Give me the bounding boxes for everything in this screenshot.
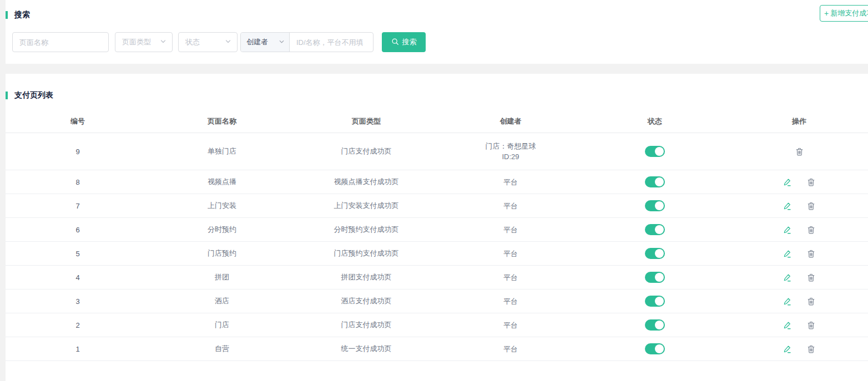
- status-toggle[interactable]: [645, 296, 665, 307]
- row-actions-cell: [727, 218, 868, 241]
- column-header-page-name: 页面名称: [150, 110, 294, 133]
- page-name-input[interactable]: [13, 33, 108, 52]
- row-page-type: 门店预约支付成功页: [294, 242, 438, 265]
- search-icon: [391, 38, 399, 47]
- row-page-name: 门店: [150, 313, 294, 337]
- row-page-type: 视频点播支付成功页: [294, 170, 438, 194]
- row-page-name: 拼团: [150, 266, 294, 289]
- row-page-name: 自营: [150, 337, 294, 360]
- creator-select[interactable]: 创建者: [241, 33, 290, 52]
- status-toggle[interactable]: [645, 272, 665, 283]
- status-select[interactable]: 状态: [178, 32, 238, 52]
- row-creator: 平台: [438, 266, 583, 289]
- row-id: 8: [6, 170, 150, 194]
- edit-icon[interactable]: [783, 273, 792, 282]
- status-toggle[interactable]: [645, 248, 665, 259]
- chevron-down-icon: [279, 38, 285, 47]
- row-id: 9: [6, 133, 150, 170]
- search-button[interactable]: 搜索: [382, 32, 426, 52]
- search-section-title: 搜索: [6, 0, 868, 20]
- row-status-cell: [583, 194, 727, 217]
- table-row: 6 分时预约 分时预约支付成功页 平台: [6, 218, 868, 242]
- creator-keyword-group: 创建者: [240, 32, 374, 52]
- row-page-type: 酒店支付成功页: [294, 289, 438, 313]
- column-header-page-type: 页面类型: [294, 110, 438, 133]
- add-button-label: 新增支付成功: [830, 8, 868, 18]
- table-row: 3 酒店 酒店支付成功页 平台: [6, 289, 868, 313]
- row-status-cell: [583, 266, 727, 289]
- chevron-down-icon: [160, 38, 166, 47]
- row-actions-cell: [727, 242, 868, 265]
- edit-icon[interactable]: [783, 201, 792, 211]
- edit-icon[interactable]: [783, 177, 792, 187]
- delete-icon[interactable]: [806, 225, 816, 235]
- page-type-select[interactable]: 页面类型: [115, 32, 173, 52]
- pay-page-table: 编号 页面名称 页面类型 创建者 状态 操作 9 单独门店 门店支付成功页 门店…: [6, 110, 868, 361]
- row-creator: 门店：奇想星球ID:29: [438, 133, 583, 170]
- delete-icon[interactable]: [806, 249, 816, 258]
- page-name-input-wrap: [12, 32, 109, 52]
- column-header-creator: 创建者: [438, 110, 583, 133]
- status-toggle[interactable]: [645, 319, 665, 331]
- title-accent-bar: [6, 11, 8, 19]
- edit-icon[interactable]: [783, 225, 792, 235]
- table-row: 1 自营 统一支付成功页 平台: [6, 337, 868, 361]
- search-title-label: 搜索: [14, 10, 30, 20]
- row-id: 3: [6, 289, 150, 313]
- row-page-type: 门店支付成功页: [294, 313, 438, 337]
- row-actions-cell: [727, 133, 868, 170]
- status-toggle[interactable]: [645, 224, 665, 235]
- delete-icon[interactable]: [806, 201, 816, 211]
- page-type-select-label: 页面类型: [122, 37, 151, 47]
- keyword-input[interactable]: [290, 33, 373, 52]
- status-toggle[interactable]: [645, 176, 665, 187]
- table-body: 9 单独门店 门店支付成功页 门店：奇想星球ID:29 8 视频点播 视频: [6, 133, 868, 361]
- row-page-name: 视频点播: [150, 170, 294, 194]
- delete-icon[interactable]: [806, 321, 816, 330]
- delete-icon[interactable]: [806, 297, 816, 306]
- row-status-cell: [583, 337, 727, 360]
- row-id: 4: [6, 266, 150, 289]
- table-row: 5 门店预约 门店预约支付成功页 平台: [6, 242, 868, 266]
- row-actions-cell: [727, 337, 868, 360]
- row-page-name: 酒店: [150, 289, 294, 313]
- list-title-label: 支付页列表: [14, 90, 53, 100]
- row-id: 7: [6, 194, 150, 217]
- table-row: 9 单独门店 门店支付成功页 门店：奇想星球ID:29: [6, 133, 868, 170]
- row-actions-cell: [727, 194, 868, 217]
- edit-icon[interactable]: [783, 297, 792, 306]
- search-panel: 搜索 页面类型 状态 创建者: [6, 0, 868, 64]
- edit-icon[interactable]: [783, 344, 792, 354]
- row-creator: 平台: [438, 313, 583, 337]
- list-section-title: 支付页列表: [6, 74, 868, 100]
- row-creator: 平台: [438, 218, 583, 241]
- status-toggle[interactable]: [645, 200, 665, 211]
- row-page-name: 单独门店: [150, 133, 294, 170]
- status-toggle[interactable]: [645, 343, 665, 354]
- search-controls: 页面类型 状态 创建者: [12, 32, 868, 52]
- table-header-row: 编号 页面名称 页面类型 创建者 状态 操作: [6, 110, 868, 133]
- delete-icon[interactable]: [795, 147, 804, 156]
- search-button-label: 搜索: [402, 37, 417, 47]
- title-accent-bar: [6, 92, 8, 99]
- row-id: 6: [6, 218, 150, 241]
- delete-icon[interactable]: [806, 177, 816, 187]
- plus-icon: +: [824, 9, 829, 18]
- edit-icon[interactable]: [783, 249, 792, 258]
- edit-icon[interactable]: [783, 321, 792, 330]
- row-actions-cell: [727, 313, 868, 337]
- delete-icon[interactable]: [806, 273, 816, 282]
- row-status-cell: [583, 313, 727, 337]
- row-status-cell: [583, 242, 727, 265]
- row-page-type: 统一支付成功页: [294, 337, 438, 360]
- row-actions-cell: [727, 289, 868, 313]
- status-select-label: 状态: [185, 37, 200, 47]
- row-status-cell: [583, 133, 727, 170]
- delete-icon[interactable]: [806, 344, 816, 354]
- add-pay-success-page-button[interactable]: + 新增支付成功: [820, 5, 868, 22]
- row-status-cell: [583, 289, 727, 313]
- row-id: 2: [6, 313, 150, 337]
- status-toggle[interactable]: [645, 146, 665, 157]
- row-status-cell: [583, 218, 727, 241]
- table-row: 2 门店 门店支付成功页 平台: [6, 313, 868, 337]
